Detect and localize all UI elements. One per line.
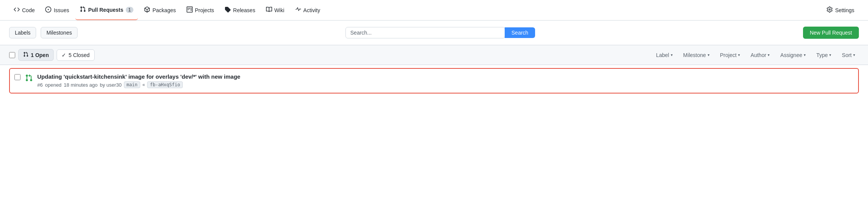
packages-icon — [144, 6, 150, 14]
nav-projects-label: Projects — [195, 7, 214, 13]
nav-pull-requests-label: Pull Requests — [88, 7, 124, 13]
pull-requests-badge: 1 — [126, 7, 134, 13]
pr-item: Updating 'quickstart-kitchensink' image … — [9, 68, 859, 93]
code-icon — [14, 6, 20, 14]
type-filter-label: Type — [816, 52, 828, 58]
pull-requests-icon — [80, 6, 86, 13]
author-filter-chevron: ▾ — [768, 53, 770, 57]
search-button[interactable]: Search — [505, 27, 535, 38]
nav-wiki-label: Wiki — [274, 7, 284, 13]
type-filter-chevron: ▾ — [829, 53, 831, 57]
activity-icon — [295, 6, 301, 14]
milestone-filter-label: Milestone — [683, 52, 706, 58]
action-bar: Labels Milestones Search New Pull Reques… — [0, 21, 868, 45]
open-count-label: 1 Open — [31, 52, 49, 58]
pr-branch-source[interactable]: fb-aHxqSfio — [147, 81, 182, 88]
nav-activity-label: Activity — [303, 7, 320, 13]
nav-wiki[interactable]: Wiki — [261, 0, 289, 20]
nav-packages-label: Packages — [152, 7, 176, 13]
nav-projects[interactable]: Projects — [182, 0, 219, 20]
issues-icon — [45, 6, 51, 14]
assignee-filter-label: Assignee — [780, 52, 802, 58]
assignee-filter-chevron: ▾ — [804, 53, 806, 57]
pr-number: #6 — [37, 82, 43, 88]
project-filter-chevron: ▾ — [738, 53, 740, 57]
closed-count-label: 5 Closed — [68, 52, 89, 58]
pr-time: 18 minutes ago — [64, 82, 98, 88]
wiki-icon — [266, 6, 272, 14]
check-icon: ✓ — [62, 52, 66, 58]
nav-issues[interactable]: Issues — [41, 0, 73, 20]
author-filter-button[interactable]: Author ▾ — [747, 50, 773, 60]
milestone-filter-button[interactable]: Milestone ▾ — [680, 50, 713, 60]
pr-branch-target[interactable]: main — [124, 81, 140, 88]
pr-title[interactable]: Updating 'quickstart-kitchensink' image … — [37, 73, 854, 80]
pr-meta: #6 opened 18 minutes ago by user30 main … — [37, 81, 854, 88]
type-filter-button[interactable]: Type ▾ — [813, 50, 835, 60]
nav-code-label: Code — [22, 7, 35, 13]
open-filter-icon — [23, 52, 29, 58]
nav-pull-requests[interactable]: Pull Requests 1 — [75, 0, 138, 20]
nav-activity[interactable]: Activity — [290, 0, 325, 20]
nav-settings[interactable]: Settings — [822, 0, 859, 20]
nav-issues-label: Issues — [54, 7, 69, 13]
pr-by: by user30 — [100, 82, 122, 88]
pr-content: Updating 'quickstart-kitchensink' image … — [37, 73, 854, 88]
milestones-button[interactable]: Milestones — [41, 27, 78, 38]
assignee-filter-button[interactable]: Assignee ▾ — [776, 50, 809, 60]
label-filter-button[interactable]: Label ▾ — [652, 50, 676, 60]
projects-icon — [187, 6, 193, 14]
author-filter-label: Author — [751, 52, 766, 58]
nav-releases-label: Releases — [233, 7, 255, 13]
labels-button[interactable]: Labels — [9, 27, 36, 38]
nav-packages[interactable]: Packages — [139, 0, 180, 20]
label-filter-label: Label — [656, 52, 669, 58]
pr-opened-text: opened — [45, 82, 61, 88]
closed-filter-button[interactable]: ✓ 5 Closed — [57, 49, 94, 61]
sort-filter-button[interactable]: Sort ▾ — [838, 50, 859, 60]
project-filter-label: Project — [720, 52, 737, 58]
open-filter-button[interactable]: 1 Open — [18, 49, 54, 61]
new-pull-request-button[interactable]: New Pull Request — [803, 27, 859, 39]
nav-settings-label: Settings — [835, 7, 854, 13]
search-input[interactable] — [345, 27, 505, 38]
pr-checkbox[interactable] — [14, 74, 21, 80]
nav-releases[interactable]: Releases — [220, 0, 260, 20]
branch-arrow-icon: « — [143, 82, 145, 87]
pr-open-icon — [25, 74, 33, 82]
releases-icon — [225, 6, 231, 14]
settings-icon — [827, 6, 833, 14]
sort-filter-chevron: ▾ — [853, 53, 855, 57]
label-filter-chevron: ▾ — [671, 53, 673, 57]
nav-code[interactable]: Code — [9, 0, 39, 20]
milestone-filter-chevron: ▾ — [708, 53, 710, 57]
select-all-checkbox[interactable] — [9, 52, 15, 58]
top-nav: Code Issues Pull Requests 1 Packages — [0, 0, 868, 21]
project-filter-button[interactable]: Project ▾ — [716, 50, 744, 60]
filter-bar: 1 Open ✓ 5 Closed Label ▾ Milestone ▾ Pr… — [0, 45, 868, 65]
pr-list: Updating 'quickstart-kitchensink' image … — [0, 68, 868, 93]
sort-filter-label: Sort — [842, 52, 852, 58]
